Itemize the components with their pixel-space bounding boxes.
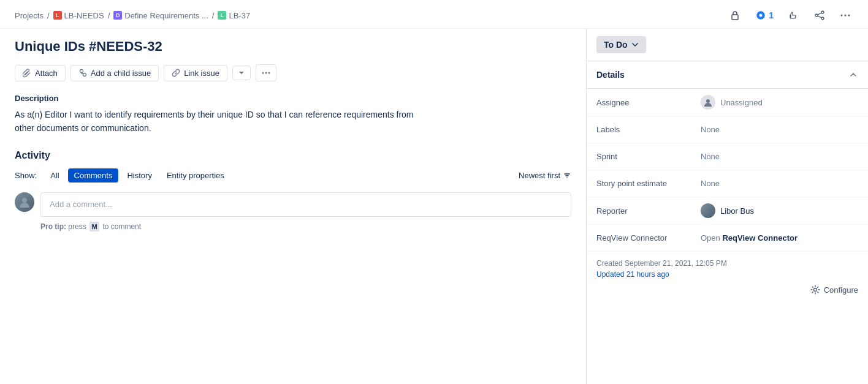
assignee-row: Assignee Unassigned bbox=[587, 89, 868, 116]
status-button[interactable]: To Do bbox=[596, 36, 646, 53]
story-point-row: Story point estimate None bbox=[587, 170, 868, 197]
pro-tip: Pro tip: press M to comment bbox=[40, 222, 571, 232]
status-chevron-icon bbox=[631, 41, 639, 48]
sprint-value[interactable]: None bbox=[701, 152, 720, 161]
newest-first-button[interactable]: Newest first bbox=[519, 171, 571, 180]
details-chevron-icon bbox=[848, 70, 858, 80]
issue-toolbar: Attach Add a child issue Link issue bbox=[15, 64, 571, 81]
svg-point-14 bbox=[262, 72, 264, 74]
created-text: Created September 21, 2021, 12:05 PM bbox=[596, 259, 858, 268]
sprint-row: Sprint None bbox=[587, 143, 868, 170]
breadcrumb-lb-needs[interactable]: L LB-NEEDS bbox=[53, 11, 104, 20]
more-button[interactable] bbox=[837, 7, 853, 23]
svg-point-18 bbox=[706, 99, 710, 103]
lb-needs-icon: L bbox=[53, 11, 62, 20]
svg-point-15 bbox=[265, 72, 267, 74]
svg-point-12 bbox=[80, 70, 83, 73]
more-icon bbox=[840, 10, 851, 21]
svg-point-17 bbox=[22, 198, 27, 203]
like-button[interactable] bbox=[786, 7, 802, 23]
toolbar-dropdown-button[interactable] bbox=[232, 66, 251, 80]
svg-point-6 bbox=[815, 14, 818, 17]
show-label: Show: bbox=[15, 171, 37, 180]
svg-point-13 bbox=[83, 73, 86, 77]
avatar-image bbox=[15, 192, 34, 212]
activity-section: Activity Show: All Comments History Enti… bbox=[15, 150, 571, 232]
details-header[interactable]: Details bbox=[587, 61, 868, 89]
m-key: M bbox=[89, 222, 99, 232]
lock-icon bbox=[729, 10, 740, 21]
share-button[interactable] bbox=[812, 7, 828, 23]
svg-point-4 bbox=[821, 11, 824, 13]
activity-heading: Activity bbox=[15, 150, 571, 161]
link-icon bbox=[172, 69, 180, 77]
reporter-value[interactable]: Libor Bus bbox=[701, 203, 754, 218]
watch-icon bbox=[755, 10, 766, 21]
svg-line-8 bbox=[818, 16, 821, 18]
attach-icon bbox=[23, 69, 31, 77]
breadcrumb-projects[interactable]: Projects bbox=[15, 11, 44, 20]
add-child-issue-button[interactable]: Add a child issue bbox=[70, 65, 159, 81]
like-icon bbox=[788, 10, 799, 21]
issue-title: Unique IDs #NEEDS-32 bbox=[15, 39, 571, 55]
tab-history[interactable]: History bbox=[121, 168, 158, 183]
right-panel: To Do Details Assignee bbox=[586, 29, 868, 384]
svg-rect-0 bbox=[732, 15, 738, 20]
svg-point-10 bbox=[845, 15, 847, 17]
activity-controls: Show: All Comments History Entity proper… bbox=[15, 168, 571, 183]
tab-all[interactable]: All bbox=[44, 168, 65, 183]
description-section: Description As a(n) Editor I want to ide… bbox=[15, 94, 571, 135]
user-icon bbox=[703, 97, 713, 107]
child-issue-icon bbox=[78, 69, 87, 77]
svg-point-11 bbox=[848, 15, 850, 17]
breadcrumb-sep2: / bbox=[108, 11, 110, 20]
define-req-icon: D bbox=[113, 11, 122, 20]
footer-info: Created September 21, 2021, 12:05 PM Upd… bbox=[587, 252, 868, 281]
breadcrumb-sep1: / bbox=[47, 11, 50, 20]
svg-point-5 bbox=[821, 17, 824, 20]
reporter-label: Reporter bbox=[596, 206, 701, 216]
configure-button[interactable]: Configure bbox=[810, 285, 858, 295]
assignee-label: Assignee bbox=[596, 98, 701, 107]
story-point-label: Story point estimate bbox=[596, 179, 701, 188]
reporter-row: Reporter Libor Bus bbox=[587, 197, 868, 225]
chevron-down-icon bbox=[238, 69, 245, 77]
svg-rect-3 bbox=[790, 15, 791, 18]
svg-point-19 bbox=[813, 288, 817, 292]
story-point-value[interactable]: None bbox=[701, 179, 720, 188]
svg-point-9 bbox=[841, 15, 843, 17]
reqview-value[interactable]: Open ReqView Connector bbox=[701, 233, 798, 243]
labels-value[interactable]: None bbox=[701, 125, 720, 134]
watch-button[interactable]: 1 bbox=[753, 7, 776, 23]
tab-entity-properties[interactable]: Entity properties bbox=[161, 168, 230, 183]
configure-row: Configure bbox=[587, 281, 868, 304]
breadcrumb-lb37[interactable]: L LB-37 bbox=[218, 11, 250, 20]
comment-input[interactable]: Add a comment... bbox=[40, 192, 571, 217]
tab-comments[interactable]: Comments bbox=[68, 168, 119, 183]
link-issue-button[interactable]: Link issue bbox=[164, 65, 227, 81]
share-icon bbox=[814, 10, 825, 21]
assignee-icon bbox=[701, 95, 715, 110]
sprint-label: Sprint bbox=[596, 152, 701, 161]
reqview-label: ReqView Connector bbox=[596, 233, 701, 243]
description-text: As a(n) Editor I want to identify requir… bbox=[15, 108, 571, 135]
comment-box: Add a comment... bbox=[15, 192, 571, 217]
reporter-avatar bbox=[701, 203, 715, 218]
labels-label: Labels bbox=[596, 125, 701, 134]
more-dots-icon bbox=[261, 68, 271, 78]
updated-text: Updated 21 hours ago bbox=[596, 270, 858, 279]
breadcrumb-define-req[interactable]: D Define Requirements ... bbox=[113, 11, 208, 20]
lb37-icon: L bbox=[218, 11, 226, 20]
user-avatar bbox=[15, 192, 34, 212]
toolbar-more-button[interactable] bbox=[256, 64, 276, 81]
main-content: Unique IDs #NEEDS-32 Attach Add a child … bbox=[0, 29, 586, 384]
breadcrumb-sep3: / bbox=[212, 11, 215, 20]
sort-icon bbox=[563, 171, 571, 179]
svg-point-16 bbox=[268, 72, 270, 74]
user-avatar-svg bbox=[18, 195, 31, 209]
activity-tabs: Show: All Comments History Entity proper… bbox=[15, 168, 230, 183]
attach-button[interactable]: Attach bbox=[15, 65, 66, 81]
lock-button[interactable] bbox=[727, 7, 743, 23]
assignee-value[interactable]: Unassigned bbox=[701, 95, 763, 110]
svg-line-7 bbox=[818, 13, 821, 15]
